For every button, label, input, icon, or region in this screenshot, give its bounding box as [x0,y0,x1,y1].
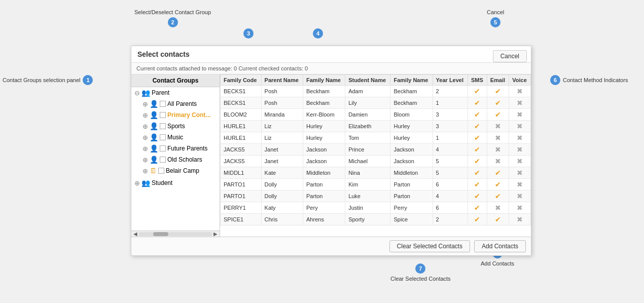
expand-icon-student: ⊕ [134,179,140,187]
group-icon-7: 🗓 [150,167,157,175]
cancel-btn[interactable]: Cancel [493,50,527,62]
tree-item-old-scholars[interactable]: ⊕ 👤 Old Scholars [131,154,220,165]
table-row[interactable]: HURLE1 Liz Hurley Elizabeth Hurley 3 ✔ ✖… [221,121,531,132]
cell-email: ✔ [487,109,509,121]
contacts-table-container[interactable]: Family Code Parent Name Family Name Stud… [220,74,531,237]
cell-family-code: BECKS1 [221,86,262,97]
table-row[interactable]: JACKS5 Janet Jackson Prince Jackson 4 ✔ … [221,144,531,156]
col-voice: Voice [509,75,531,86]
tree-item-all-parents[interactable]: ⊕ 👤 All Parents [131,98,220,109]
cell-family-name1: Parton [303,191,345,202]
table-row[interactable]: HURLE1 Liz Hurley Tom Hurley 1 ✔ ✖ ✖ [221,132,531,144]
tree-item-music[interactable]: ⊕ 👤 Music [131,132,220,143]
cell-student-name: Sporty [345,214,390,225]
badge-2: 2 [168,17,178,27]
cell-year-level: 2 [433,214,468,225]
cell-sms: ✔ [468,86,487,97]
scroll-thumb[interactable] [153,232,168,236]
checkbox-old-scholars[interactable] [160,157,166,163]
checkbox-primary[interactable] [160,112,166,118]
cell-parent-name: Dolly [261,179,303,191]
cell-parent-name: Liz [261,132,303,144]
cell-sms: ✔ [468,191,487,202]
cell-email: ✖ [487,132,509,144]
cell-student-name: Kim [345,179,390,191]
cell-family-code: JACKS5 [221,156,262,167]
cell-voice: ✖ [509,214,531,225]
tree-item-sports[interactable]: ⊕ 👤 Sports [131,121,220,132]
tree-item-future-parents[interactable]: ⊕ 👤 Future Parents [131,143,220,154]
checkbox-belair-camp[interactable] [158,168,164,174]
table-row[interactable]: PERRY1 Katy Pery Justin Perry 6 ✔ ✖ ✖ [221,202,531,214]
cell-sms: ✔ [468,97,487,109]
cell-student-name: Damien [345,109,390,121]
clear-selected-contacts-button[interactable]: Clear Selected Contacts [389,240,470,252]
tree-item-student[interactable]: ⊕ 👥 Student [131,177,220,188]
cell-family-code: BLOOM2 [221,109,262,121]
checkbox-future-parents[interactable] [160,145,166,152]
tree-container[interactable]: ⊖ 👥 Parent ⊕ 👤 All Parents ⊕ 👤 Primary C… [131,87,220,231]
cell-parent-name: Katy [261,202,303,214]
scroll-right[interactable]: ▶ [212,231,219,237]
cell-student-name: Adam [345,86,390,97]
col-sms: SMS [468,75,487,86]
cell-student-name: Elizabeth [345,121,390,132]
group-icon-3: 👤 [150,122,158,130]
cell-family-name2: Perry [390,202,433,214]
cell-sms: ✔ [468,202,487,214]
horizontal-scrollbar[interactable]: ◀ ▶ [131,231,220,237]
table-row[interactable]: BECKS1 Posh Beckham Adam Beckham 2 ✔ ✔ ✖ [221,86,531,97]
scroll-track[interactable] [138,232,212,236]
cell-family-name1: Hurley [303,121,345,132]
cell-sms: ✔ [468,121,487,132]
col-family-code: Family Code [221,75,262,86]
cell-parent-name: Liz [261,121,303,132]
cell-year-level: 2 [433,86,468,97]
badge-1: 1 [83,75,93,85]
cell-family-name2: Hurley [390,132,433,144]
contacts-table-panel: Family Code Parent Name Family Name Stud… [220,74,531,237]
tree-item-belair-camp[interactable]: ⊕ 🗓 Belair Camp [131,165,220,176]
cell-family-name1: Kerr-Bloom [303,109,345,121]
annotation-2: Select/Deselect Contact Group 2 [134,9,211,27]
table-row[interactable]: BECKS1 Posh Beckham Lily Beckham 1 ✔ ✔ ✖ [221,97,531,109]
badge-5: 5 [490,17,500,27]
table-row[interactable]: PARTO1 Dolly Parton Luke Parton 4 ✔ ✔ ✖ [221,191,531,202]
cell-email: ✖ [487,121,509,132]
table-row[interactable]: SPICE1 Chris Ahrens Sporty Spice 2 ✔ ✔ ✖ [221,214,531,225]
checkbox-sports[interactable] [160,123,166,129]
cell-sms: ✔ [468,132,487,144]
group-icon-5: 👤 [150,144,158,153]
cell-parent-name: Chris [261,214,303,225]
table-row[interactable]: MIDDL1 Kate Middleton Nina Middleton 5 ✔… [221,167,531,179]
cell-year-level: 5 [433,156,468,167]
tree-item-primary-cont[interactable]: ⊕ 👤 Primary Cont... [131,109,220,121]
cell-year-level: 3 [433,109,468,121]
annotation-label-6: Contact Method Indicators [563,77,628,83]
parent-group-icon: 👥 [141,89,150,97]
label-primary-cont: Primary Cont... [167,111,210,119]
expand-icon-4: ⊕ [142,134,148,141]
badge-4: 4 [313,28,323,39]
cancel-button-top[interactable]: Cancel [493,50,527,62]
add-contacts-button[interactable]: Add Contacts [474,240,526,252]
cell-family-name2: Bloom [390,109,433,121]
annotation-label-1: Contact Groups selection panel [3,77,80,83]
cell-family-name2: Parton [390,191,433,202]
checkbox-all-parents[interactable] [160,101,166,107]
label-future-parents: Future Parents [167,145,207,152]
label-sports: Sports [167,123,185,130]
table-row[interactable]: JACKS5 Janet Jackson Michael Jackson 5 ✔… [221,156,531,167]
cell-email: ✔ [487,167,509,179]
cell-family-name2: Beckham [390,97,433,109]
cell-voice: ✖ [509,167,531,179]
cell-family-name1: Parton [303,179,345,191]
cell-voice: ✖ [509,191,531,202]
scroll-left[interactable]: ◀ [132,231,138,237]
checkbox-music[interactable] [160,134,166,140]
table-row[interactable]: BLOOM2 Miranda Kerr-Bloom Damien Bloom 3… [221,109,531,121]
table-row[interactable]: PARTO1 Dolly Parton Kim Parton 6 ✔ ✔ ✖ [221,179,531,191]
select-contacts-dialog: Select contacts Cancel Current contacts … [131,46,531,256]
cell-family-code: BECKS1 [221,97,262,109]
tree-item-parent[interactable]: ⊖ 👥 Parent [131,87,220,98]
